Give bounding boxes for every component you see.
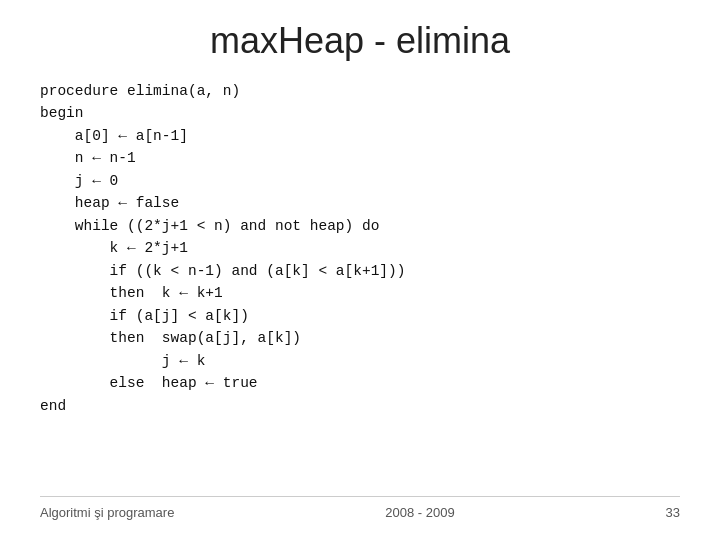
code-line-1: procedure elimina(a, n) xyxy=(40,83,240,99)
code-line-12: then swap(a[j], a[k]) xyxy=(40,330,301,346)
slide: maxHeap - elimina procedure elimina(a, n… xyxy=(0,0,720,540)
code-block: procedure elimina(a, n) begin a[0] ← a[n… xyxy=(40,80,680,488)
code-line-14: else heap ← true xyxy=(40,375,258,391)
code-line-13: j ← k xyxy=(40,353,205,369)
code-line-3: a[0] ← a[n-1] xyxy=(40,128,188,144)
code-line-7: while ((2*j+1 < n) and not heap) do xyxy=(40,218,379,234)
code-line-9: if ((k < n-1) and (a[k] < a[k+1])) xyxy=(40,263,405,279)
code-line-5: j ← 0 xyxy=(40,173,118,189)
code-line-6: heap ← false xyxy=(40,195,179,211)
code-line-15: end xyxy=(40,398,66,414)
code-line-8: k ← 2*j+1 xyxy=(40,240,188,256)
footer-left: Algoritmi şi programare xyxy=(40,505,174,520)
footer-right: 33 xyxy=(666,505,680,520)
code-line-10: then k ← k+1 xyxy=(40,285,223,301)
footer: Algoritmi şi programare 2008 - 2009 33 xyxy=(40,496,680,520)
code-line-4: n ← n-1 xyxy=(40,150,136,166)
code-line-11: if (a[j] < a[k]) xyxy=(40,308,249,324)
code-line-2: begin xyxy=(40,105,84,121)
slide-title: maxHeap - elimina xyxy=(40,20,680,62)
footer-center: 2008 - 2009 xyxy=(385,505,454,520)
